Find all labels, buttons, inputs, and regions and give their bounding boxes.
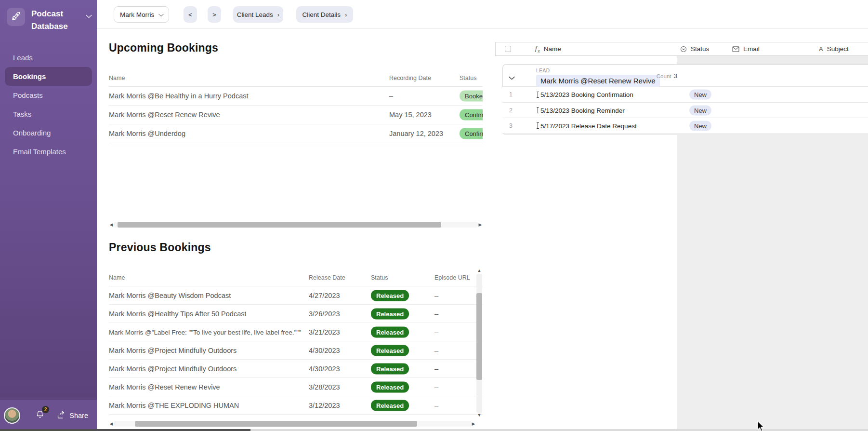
upcoming-row[interactable]: Mark Morris @Underdog January 12, 2023 C…: [109, 124, 483, 143]
record-row[interactable]: 2 5/13/2023 Booking Reminder New: [502, 103, 868, 118]
scroll-up-icon[interactable]: ▲: [477, 268, 482, 274]
select-all-checkbox[interactable]: [505, 46, 511, 52]
group-title[interactable]: Mark Morris @Reset Renew Revive: [536, 75, 660, 87]
status-badge: Confirmed: [460, 128, 483, 139]
booking-name: Mark Morris @Healthy Tips After 50 Podca…: [109, 310, 246, 318]
previous-row[interactable]: Mark Morris @Healthy Tips After 50 Podca…: [109, 305, 483, 323]
scrollbar-track[interactable]: [114, 421, 471, 427]
record-name-cell[interactable]: 5/13/2023 Booking Reminder: [536, 107, 625, 114]
sidebar-item-email-templates[interactable]: Email Templates: [0, 142, 97, 161]
row-number: 2: [509, 107, 513, 114]
upcoming-row[interactable]: Mark Morris @Be Healthy in a Hurry Podca…: [109, 87, 483, 106]
share-icon: [57, 411, 66, 420]
back-button[interactable]: <: [184, 6, 197, 23]
single-select-icon: [680, 46, 687, 53]
share-label: Share: [69, 412, 88, 419]
forward-button[interactable]: >: [208, 6, 221, 23]
previous-row[interactable]: Mark Morris @Project Mindfully Outdoors …: [109, 360, 483, 378]
episode-url: –: [434, 310, 438, 318]
column-header-recording-date: Recording Date: [389, 75, 431, 81]
record-name-cell[interactable]: 5/17/2023 Release Date Request: [536, 122, 637, 129]
sidebar-item-tasks[interactable]: Tasks: [0, 105, 97, 123]
grid-column-email[interactable]: Email: [743, 45, 760, 53]
text-cursor-icon: [536, 107, 539, 114]
episode-url: –: [434, 328, 438, 336]
previous-row[interactable]: Mark Morris @Beauty Wisdom Podcast 4/27/…: [109, 286, 483, 305]
upcoming-table-header: Name Recording Date Status: [109, 73, 483, 87]
column-header-status: Status: [460, 75, 476, 81]
grid-column-status[interactable]: Status: [691, 45, 709, 53]
scroll-down-icon[interactable]: ▼: [477, 413, 482, 418]
release-date: 4/27/2023: [309, 292, 340, 299]
booking-name: Mark Morris @Reset Renew Revive: [109, 111, 220, 119]
notifications-button[interactable]: 2: [36, 410, 44, 421]
previous-row[interactable]: Mark Morris @THE EXPLODING HUMAN 3/12/20…: [109, 396, 483, 415]
record-name-cell[interactable]: 5/13/2023 Booking Confirmation: [536, 91, 633, 98]
column-header-name: Name: [109, 274, 125, 281]
status-badge: Released: [371, 400, 409, 411]
sidebar-item-podcasts[interactable]: Podcasts: [0, 86, 97, 105]
previous-row[interactable]: Mark Morris @"Label Free: ""To live your…: [109, 323, 483, 341]
scrollbar-track[interactable]: [476, 274, 482, 413]
grid-column-subject[interactable]: Subject: [827, 45, 849, 53]
scrollbar-thumb[interactable]: [135, 421, 417, 427]
scroll-right-icon[interactable]: ▶: [471, 421, 476, 426]
row-number: 1: [509, 91, 513, 98]
avatar[interactable]: [4, 407, 20, 424]
column-header-episode-url: Episode URL: [434, 274, 470, 281]
status-badge: Confirmed: [460, 109, 483, 121]
record-row[interactable]: 1 5/13/2023 Booking Confirmation New: [502, 87, 868, 103]
upcoming-row[interactable]: Mark Morris @Reset Renew Revive May 15, …: [109, 106, 483, 124]
upcoming-horizontal-scrollbar[interactable]: ◀ ▶: [109, 221, 483, 228]
bell-icon: [36, 412, 44, 420]
sidebar-item-onboarding[interactable]: Onboarding: [0, 123, 97, 142]
scroll-left-icon[interactable]: ◀: [109, 222, 114, 227]
previous-row[interactable]: Mark Morris @Reset Renew Revive 3/28/202…: [109, 378, 483, 396]
sidebar-item-leads[interactable]: Leads: [0, 48, 97, 67]
scrollbar-thumb[interactable]: [0, 429, 250, 431]
chevron-down-icon[interactable]: [86, 12, 92, 20]
booking-name: Mark Morris @"Label Free: ""To live your…: [109, 328, 301, 336]
page-horizontal-scrollbar[interactable]: [0, 429, 868, 431]
record-selector[interactable]: Mark Morris: [114, 6, 169, 23]
previous-horizontal-scrollbar[interactable]: ◀ ▶: [109, 420, 476, 427]
records-panel: ƒx Name Status Email A Subject LEAD Ma: [496, 29, 868, 431]
share-button[interactable]: Share: [57, 411, 88, 420]
booking-name: Mark Morris @Project Mindfully Outdoors: [109, 365, 237, 373]
recording-date: –: [389, 92, 393, 100]
previous-vertical-scrollbar[interactable]: ▲ ▼: [476, 268, 483, 418]
scrollbar-thumb[interactable]: [476, 293, 482, 380]
release-date: 3/28/2023: [309, 383, 340, 391]
scroll-left-icon[interactable]: ◀: [109, 421, 114, 426]
client-details-button[interactable]: Client Details›: [296, 6, 353, 23]
release-date: 3/21/2023: [309, 328, 340, 336]
recording-date: May 15, 2023: [389, 111, 432, 119]
scrollbar-track[interactable]: [114, 222, 478, 228]
episode-url: –: [434, 383, 438, 391]
column-header-release-date: Release Date: [309, 274, 345, 281]
recording-date: January 12, 2023: [389, 130, 443, 137]
column-header-status: Status: [371, 274, 388, 281]
release-date: 3/26/2023: [309, 310, 340, 318]
notification-badge: 2: [42, 406, 49, 413]
rocket-icon: [11, 11, 21, 23]
panel-empty-area: [677, 135, 868, 431]
status-badge: New: [689, 121, 711, 131]
group-count: Count3: [647, 72, 677, 80]
release-date: 4/30/2023: [309, 365, 340, 373]
collapse-group-icon[interactable]: [509, 73, 515, 82]
text-cursor-icon: [536, 91, 539, 98]
scrollbar-thumb[interactable]: [118, 222, 441, 228]
sidebar: Podcast Database Leads Bookings Podcasts…: [0, 0, 97, 431]
sidebar-item-bookings[interactable]: Bookings: [5, 67, 92, 86]
record-row[interactable]: 3 5/17/2023 Release Date Request New: [502, 118, 868, 134]
client-leads-button[interactable]: Client Leads›: [233, 6, 283, 23]
booking-name: Mark Morris @Reset Renew Revive: [109, 383, 220, 391]
previous-table-header: Name Release Date Status Episode URL: [109, 273, 483, 286]
status-badge: Released: [371, 290, 409, 301]
scroll-right-icon[interactable]: ▶: [478, 222, 483, 227]
previous-row[interactable]: Mark Morris @Project Mindfully Outdoors …: [109, 341, 483, 360]
app-logo-button[interactable]: [7, 8, 25, 26]
grid-column-name[interactable]: Name: [544, 45, 561, 53]
chevron-down-icon: [158, 11, 164, 18]
